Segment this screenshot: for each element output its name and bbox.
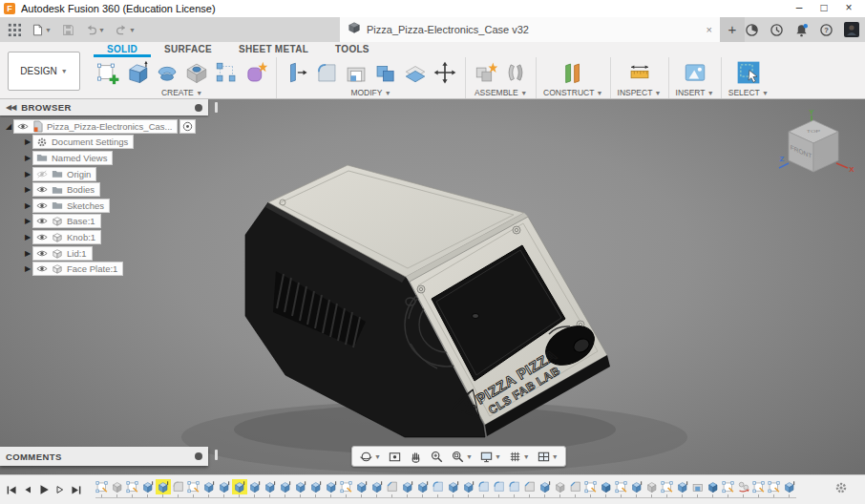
sketch-feature-icon[interactable]: [340, 480, 353, 494]
extrude-feature-icon[interactable]: [202, 480, 216, 494]
browser-item-document-settings[interactable]: ▶Document Settings: [23, 135, 214, 151]
sketch-feature-icon[interactable]: [722, 480, 735, 494]
timeline-feature-sketch[interactable]: [661, 478, 674, 498]
chevron-down-icon[interactable]: ▼: [762, 90, 769, 96]
timeline-feature-extrude[interactable]: [248, 478, 262, 498]
chevron-down-icon[interactable]: ▼: [45, 27, 52, 33]
pan-icon[interactable]: [407, 450, 425, 464]
timeline-feature-extrude[interactable]: [370, 478, 384, 498]
browser-item-face-plate-1[interactable]: ▶Face Plate:1: [23, 261, 214, 277]
tab-solid[interactable]: SOLID: [94, 43, 151, 57]
base-feature-icon[interactable]: [111, 480, 124, 494]
extrude-feature-icon[interactable]: [447, 480, 460, 494]
browser-item-chip[interactable]: Bodies: [32, 182, 100, 197]
chevron-down-icon[interactable]: ▼: [655, 90, 662, 96]
browser-panel-header[interactable]: ◀◀ BROWSER: [0, 99, 208, 116]
expand-triangle-icon[interactable]: ▶: [23, 264, 32, 273]
eye-hidden-icon[interactable]: [36, 170, 48, 178]
browser-item-chip[interactable]: Pizza_Pizza-Electronics_Cas...: [13, 119, 178, 134]
timeline-feature-extrude[interactable]: [202, 478, 216, 498]
eye-visible-icon[interactable]: [17, 122, 29, 131]
canvas-icon[interactable]: [682, 59, 708, 86]
timeline-feature-sketch[interactable]: [584, 478, 598, 498]
extrude-feature-icon[interactable]: [264, 480, 277, 494]
timeline-feature-extrude-full[interactable]: [600, 478, 613, 498]
timeline-feature-extrude[interactable]: [294, 478, 307, 498]
timeline-feature-extrude[interactable]: [157, 478, 170, 498]
close-button[interactable]: ×: [836, 0, 861, 17]
browser-item-chip[interactable]: Origin: [32, 167, 96, 181]
base-feature-icon[interactable]: [645, 480, 659, 494]
expand-triangle-icon[interactable]: ▶: [23, 185, 32, 194]
chevron-down-icon[interactable]: ▼: [196, 90, 202, 96]
job-status-icon[interactable]: [745, 23, 759, 37]
timeline-feature-sketch[interactable]: [722, 478, 735, 498]
browser-item-named-views[interactable]: ▶Named Views: [23, 150, 214, 166]
timeline-feature-extrude[interactable]: [783, 478, 796, 498]
display-settings-icon[interactable]: ▼: [477, 450, 503, 464]
browser-item-chip[interactable]: Sketches: [32, 199, 110, 213]
timeline-feature-extrude[interactable]: [416, 478, 430, 498]
measure-icon[interactable]: [626, 59, 653, 86]
timeline-feature-sketch[interactable]: [95, 478, 109, 498]
sketch-feature-icon[interactable]: [752, 480, 766, 494]
eye-visible-icon[interactable]: [36, 249, 48, 258]
minimize-button[interactable]: –: [787, 0, 812, 17]
sketch-feature-icon[interactable]: [187, 480, 200, 494]
browser-item-origin[interactable]: ▶Origin: [23, 166, 214, 182]
go-to-start-button[interactable]: [6, 484, 18, 496]
shell-feature-icon[interactable]: [691, 480, 705, 494]
timeline-feature-fillet-gray[interactable]: [172, 478, 185, 498]
group-label-construct[interactable]: CONSTRUCT ▼: [543, 88, 603, 97]
combine-icon[interactable]: [372, 59, 399, 86]
timeline-feature-base[interactable]: [645, 478, 659, 498]
chevron-down-icon[interactable]: ▼: [707, 90, 714, 96]
chamfer-feature-icon[interactable]: [386, 480, 399, 494]
expand-triangle-icon[interactable]: ▶: [23, 201, 32, 210]
timeline-feature-chamfer[interactable]: [569, 478, 582, 498]
fillet-feature-icon[interactable]: [477, 480, 491, 494]
help-icon[interactable]: ?: [819, 23, 833, 37]
fillet-feature-icon[interactable]: [508, 480, 521, 494]
create-sketch-icon[interactable]: [95, 59, 121, 86]
document-tab-close-icon[interactable]: ×: [707, 24, 712, 35]
pattern-feature-icon[interactable]: [737, 480, 750, 494]
timeline-feature-fillet[interactable]: [508, 478, 521, 498]
step-back-button[interactable]: [22, 484, 33, 495]
timeline-feature-extrude[interactable]: [630, 478, 643, 498]
timeline-feature-sketch[interactable]: [126, 478, 139, 498]
grid-settings-icon[interactable]: ▼: [506, 450, 532, 464]
tab-tools[interactable]: TOOLS: [322, 43, 383, 57]
box-icon[interactable]: [124, 59, 151, 86]
go-to-end-button[interactable]: [70, 484, 82, 496]
extrude-feature-icon[interactable]: [218, 480, 231, 494]
extrude-feature-icon[interactable]: [538, 480, 552, 494]
extrude-feature-icon[interactable]: [309, 480, 323, 494]
timeline-feature-extrude[interactable]: [279, 478, 292, 498]
sketch-feature-icon[interactable]: [615, 480, 628, 494]
browser-item-chip[interactable]: Knob:1: [32, 230, 101, 244]
panel-display-dot-icon[interactable]: [195, 452, 202, 460]
browser-item-chip[interactable]: Base:1: [32, 214, 101, 228]
new-tab-button[interactable]: +: [720, 17, 745, 42]
extrude-feature-icon[interactable]: [416, 480, 430, 494]
step-forward-button[interactable]: [54, 484, 66, 495]
chevron-down-icon[interactable]: ▼: [466, 453, 473, 460]
fillet-icon[interactable]: [313, 59, 340, 86]
group-label-modify[interactable]: MODIFY ▼: [350, 88, 390, 97]
base-feature-icon[interactable]: [554, 480, 567, 494]
chevron-down-icon[interactable]: ▼: [495, 453, 501, 460]
timeline-feature-chamfer[interactable]: [386, 478, 399, 498]
sketch-feature-icon[interactable]: [95, 480, 109, 494]
extrude-full-feature-icon[interactable]: [707, 480, 720, 494]
zoom-icon[interactable]: [428, 450, 446, 464]
group-label-create[interactable]: CREATE ▼: [161, 88, 202, 97]
extrude-feature-icon[interactable]: [325, 480, 338, 494]
tab-sheet-metal[interactable]: SHEET METAL: [225, 43, 322, 57]
split-body-icon[interactable]: [402, 59, 429, 86]
timeline-feature-chamfer[interactable]: [523, 478, 537, 498]
comments-panel-header[interactable]: COMMENTS: [0, 447, 208, 466]
timeline-feature-sketch[interactable]: [752, 478, 766, 498]
timeline-feature-shell[interactable]: [691, 478, 705, 498]
timeline-feature-extrude[interactable]: [462, 478, 475, 498]
